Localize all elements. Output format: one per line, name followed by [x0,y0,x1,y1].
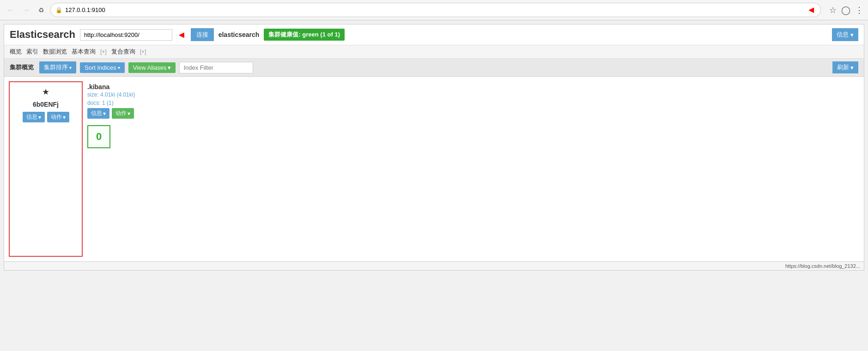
refresh-label: 刷新 [837,63,849,72]
index-docs-label: docs: [87,100,101,106]
node-info-label: 信息 [26,113,37,121]
index-section: .kibana size: 4.01ki (4.01ki) docs: 1 (1… [87,81,135,257]
index-size-label: size: [87,91,99,98]
lock-icon: 🔒 [55,7,62,13]
forward-button[interactable]: → [20,5,32,15]
nav-browse[interactable]: 数据浏览 [43,48,67,56]
app-header: Elasticsearch ◄ 连接 elasticsearch 集群健康值: … [4,24,864,45]
cluster-sort-label: 集群排序 [44,63,68,72]
node-action-label: 动作 [51,113,62,121]
node-card: ★ 6b0ENFj 信息 ▾ 动作 ▾ [9,81,83,257]
shard-container: 0 [87,125,135,148]
node-star-icon: ★ [42,87,49,97]
info-button-label: 信息 [837,30,849,39]
basic-query-add[interactable]: [+] [100,48,107,55]
view-aliases-label: View Aliases [133,64,167,71]
node-info-caret: ▾ [38,114,41,121]
index-size-value: 4.01ki (4.01ki) [100,91,135,98]
index-action-label: 动作 [115,109,127,117]
nav-bar: 概览 索引 数据浏览 基本查询 [+] 复合查询 [+] [4,45,864,59]
shard-box[interactable]: 0 [87,125,110,148]
status-right: https://blog.csdn.net/blog_2132... [785,263,860,269]
info-button-right[interactable]: 信息 ▾ [832,28,858,41]
index-action-row: 信息 ▾ 动作 ▾ [87,108,135,119]
cluster-sort-button[interactable]: 集群排序 ▾ [39,61,76,73]
bookmark-button[interactable]: ☆ [829,5,837,15]
es-url-input[interactable] [80,29,172,41]
info-caret-icon: ▾ [850,31,854,38]
cluster-name: elasticsearch [219,31,260,38]
sort-indices-button[interactable]: Sort Indices ▾ [80,62,125,73]
nav-basic-query[interactable]: 基本查询 [72,48,96,56]
view-aliases-button[interactable]: View Aliases ▾ [128,62,176,73]
back-button[interactable]: ← [5,5,17,15]
health-badge: 集群健康值: green (1 of 1) [264,29,345,41]
index-action-caret: ▾ [127,110,130,117]
nav-overview[interactable]: 概览 [10,48,22,56]
index-filter-input[interactable] [179,62,253,73]
connect-button[interactable]: 连接 [191,28,214,41]
compound-query-add[interactable]: [+] [140,48,146,55]
nav-indices[interactable]: 索引 [26,48,38,56]
refresh-button[interactable]: 刷新 ▾ [832,61,858,73]
index-action-button[interactable]: 动作 ▾ [112,108,134,119]
account-button[interactable]: ◯ [841,5,850,15]
node-action-caret: ▾ [63,114,66,121]
index-info-label: 信息 [91,109,102,117]
index-docs-value: 1 (1) [102,100,114,106]
app-title: Elasticsearch [10,29,75,41]
refresh-caret: ▾ [850,64,854,71]
status-bar: https://blog.csdn.net/blog_2132... [4,261,864,270]
address-bar: 🔒 ◄ [50,3,821,17]
sort-indices-label: Sort Indices [85,64,116,71]
url-input[interactable] [65,6,804,13]
node-action-button[interactable]: 动作 ▾ [47,112,69,122]
index-name: .kibana [87,83,135,91]
section-label: 集群概览 [10,63,34,72]
browser-chrome: ← → ♻ 🔒 ◄ ☆ ◯ ⋮ [0,0,868,20]
toolbar: 集群概览 集群排序 ▾ Sort Indices ▾ View Aliases … [4,59,864,77]
main-content: ★ 6b0ENFj 信息 ▾ 动作 ▾ .kibana size: 4.01ki… [4,77,864,261]
url-arrow-annotation: ◄ [807,5,816,15]
node-name: 6b0ENFj [33,101,59,108]
index-header: .kibana size: 4.01ki (4.01ki) docs: 1 (1… [87,81,135,121]
sort-indices-caret: ▾ [118,65,120,70]
cluster-sort-caret: ▾ [69,65,72,70]
app-container: Elasticsearch ◄ 连接 elasticsearch 集群健康值: … [4,24,864,271]
node-buttons: 信息 ▾ 动作 ▾ [23,112,69,122]
browser-actions: ☆ ◯ ⋮ [829,5,863,15]
nav-compound-query[interactable]: 复合查询 [111,48,135,56]
view-aliases-caret: ▾ [168,64,171,71]
menu-button[interactable]: ⋮ [855,5,863,15]
index-info-button[interactable]: 信息 ▾ [87,108,109,119]
index-info-caret: ▾ [103,110,106,117]
index-meta: size: 4.01ki (4.01ki) docs: 1 (1) [87,91,135,107]
node-info-button[interactable]: 信息 ▾ [23,112,45,122]
es-url-arrow-annotation: ◄ [177,30,186,40]
reload-button[interactable]: ♻ [36,6,47,15]
